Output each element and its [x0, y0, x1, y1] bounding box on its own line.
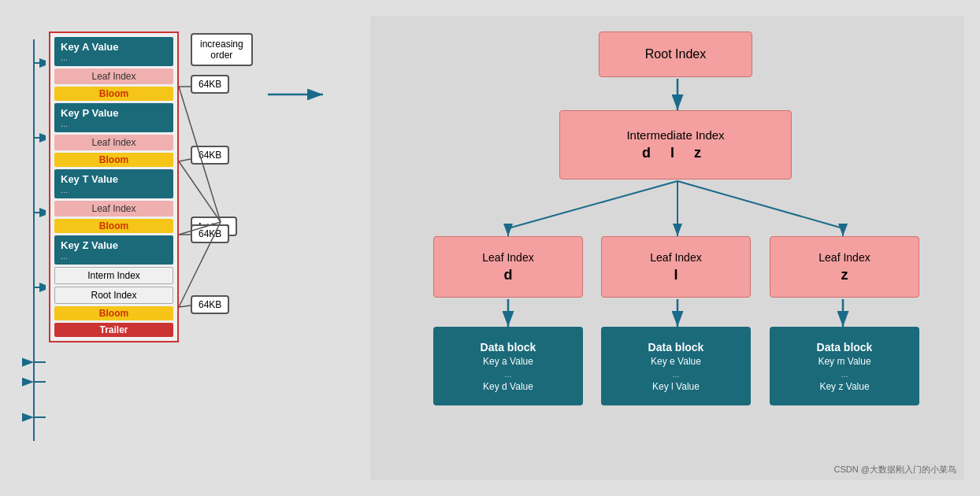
data-block-z-key1: Key m Value — [818, 356, 870, 367]
data-block-z-title: Data block — [817, 341, 873, 353]
kb-box-3: 64KB — [191, 224, 229, 243]
left-arrows-svg — [22, 16, 46, 472]
leaf-index-1: Leaf Index — [54, 68, 173, 84]
svg-line-25 — [677, 181, 843, 228]
data-block-z: Data block Key m Value ... Key z Value — [770, 327, 919, 405]
data-block-z-key2: Key z Value — [819, 381, 869, 392]
leaf-index-2: Leaf Index — [54, 135, 173, 150]
data-block-l-key2: Key l Value — [652, 381, 700, 392]
data-block-l-key1: Key e Value — [651, 356, 701, 367]
root-index-left: Root Index — [54, 287, 173, 304]
svg-line-14 — [179, 161, 221, 222]
sst-blocks: Key A Value ... Leaf Index Bloom Key P V… — [49, 31, 179, 342]
leaf-d-label: Leaf Index — [482, 251, 533, 264]
key-z-dots: ... — [61, 251, 167, 261]
block-key-p: Key P Value ... — [54, 103, 173, 132]
key-t-dots: ... — [61, 185, 167, 194]
increasing-order-box: increasing order — [191, 33, 253, 66]
block-key-a: Key A Value ... — [54, 37, 173, 66]
bloom-trailer-label: Bloom — [54, 306, 173, 320]
left-panel: Key A Value ... Leaf Index Bloom Key P V… — [16, 16, 347, 480]
leaf-l-sublabel: l — [674, 267, 677, 283]
leaf-z-label: Leaf Index — [819, 251, 870, 264]
intermediate-label: Intermediate Index — [626, 128, 724, 142]
interm-index: Interm Index — [54, 267, 173, 284]
bloom-1: Bloom — [54, 87, 173, 101]
key-p-dots: ... — [61, 119, 167, 128]
block-key-t: Key T Value ... — [54, 169, 173, 198]
kb-box-1: 64KB — [191, 75, 229, 94]
root-index-label: Root Index — [645, 47, 706, 61]
data-block-l: Data block Key e Value ... Key l Value — [601, 327, 751, 405]
leaf-index-3: Leaf Index — [54, 201, 173, 217]
key-a-dots: ... — [61, 53, 167, 62]
bloom-2: Bloom — [54, 153, 173, 167]
leaf-d-sublabel: d — [504, 267, 513, 283]
data-block-z-dots: ... — [841, 369, 848, 379]
data-block-d-dots: ... — [504, 369, 511, 379]
intermediate-sublabel: d l z — [642, 145, 709, 161]
trailer-label: Trailer — [54, 323, 173, 337]
leaf-index-d: Leaf Index d — [433, 236, 583, 298]
block-key-z: Key Z Value ... — [54, 235, 173, 265]
kb-box-4: 64KB — [191, 295, 229, 314]
bloom-3: Bloom — [54, 219, 173, 233]
leaf-index-l: Leaf Index l — [601, 236, 751, 298]
watermark: CSDN @大数据刚入门的小菜鸟 — [834, 464, 956, 476]
svg-line-12 — [179, 159, 191, 161]
data-block-d-title: Data block — [481, 341, 536, 353]
leaf-index-z: Leaf Index z — [770, 236, 919, 298]
key-a-title: Key A Value — [61, 41, 167, 53]
svg-line-16 — [179, 305, 191, 307]
kb-box-2: 64KB — [191, 146, 229, 165]
right-panel: Root Index Intermediate Index d l z Leaf… — [370, 16, 964, 480]
root-index-node: Root Index — [599, 31, 752, 77]
key-z-title: Key Z Value — [61, 239, 167, 251]
data-block-l-title: Data block — [648, 341, 704, 353]
main-container: Key A Value ... Leaf Index Bloom Key P V… — [0, 0, 980, 496]
intermediate-index-node: Intermediate Index d l z — [559, 110, 792, 180]
key-p-title: Key P Value — [61, 107, 167, 119]
data-block-d-key1: Key a Value — [483, 356, 533, 367]
data-block-d: Data block Key a Value ... Key d Value — [433, 327, 583, 405]
leaf-z-sublabel: z — [841, 267, 848, 283]
svg-line-22 — [508, 181, 677, 228]
leaf-l-label: Leaf Index — [650, 251, 701, 264]
key-t-title: Key T Value — [61, 173, 167, 185]
data-block-l-dots: ... — [672, 369, 679, 379]
data-block-d-key2: Key d Value — [483, 381, 533, 392]
